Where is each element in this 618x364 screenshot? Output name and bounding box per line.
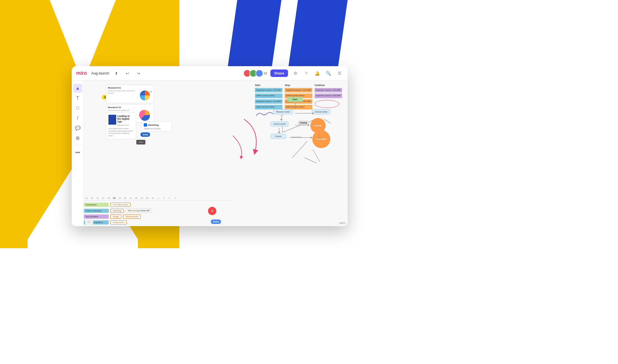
expand-button[interactable]: >> xyxy=(85,219,93,224)
zoom-indicator: 348% xyxy=(339,222,345,224)
left-sidebar: ▲ T □ / 💬 ⊞ ••• xyxy=(72,81,84,226)
canvas[interactable]: Alix Research 21 Lorem ipsum data metric… xyxy=(84,81,348,226)
svg-marker-37 xyxy=(318,137,320,139)
miro-logo: miro xyxy=(76,70,87,76)
svg-marker-31 xyxy=(308,124,310,126)
board-title: Aug launch xyxy=(91,71,109,75)
svg-marker-25 xyxy=(294,107,297,109)
select-tool[interactable]: ▲ xyxy=(73,84,82,93)
row-label-uact: User Activation xyxy=(84,215,109,219)
row-label-performance: Performance xyxy=(84,203,109,207)
search-icon[interactable]: 🔍 xyxy=(324,69,332,77)
timeline-row-user-activation: User Activation Design Send reminder xyxy=(84,215,230,219)
retro-stop-label: Stop xyxy=(285,84,312,87)
doc-title-1: Research 21 xyxy=(108,87,152,89)
doc-title-2: Research 10 xyxy=(108,106,152,109)
avatar-count: 33 xyxy=(264,72,267,75)
flow-node-check: Check xyxy=(270,134,286,139)
avatar-3 xyxy=(255,69,263,77)
svg-marker-6 xyxy=(287,0,348,77)
menu-icon[interactable]: ☰ xyxy=(335,69,343,77)
book-content: Lorem ipsum dolor sit amet consectetur a… xyxy=(108,127,134,137)
flow-node-cancel-order: Cancel order xyxy=(312,109,331,114)
retro-start-label: Start xyxy=(255,84,283,87)
undo-button[interactable]: ↩ xyxy=(124,69,131,77)
retro-continue-label: Continue xyxy=(315,84,342,87)
svg-marker-5 xyxy=(226,0,281,77)
timeline-ruler: 19 20 21 22 23 24 25 26 27 28 29 30 31 1… xyxy=(84,196,230,200)
marketing-card: Marketing Shared via Dropbox xyxy=(142,121,172,132)
canvas-inner: Alix Research 21 Lorem ipsum data metric… xyxy=(84,81,348,226)
help-icon[interactable]: ? xyxy=(302,69,310,77)
anna-label: Anna xyxy=(211,220,221,224)
grid-tool[interactable]: ⊞ xyxy=(73,133,82,142)
upload-button[interactable]: ⬆ xyxy=(113,69,120,77)
timeline-tech-rollout-perf[interactable]: Tech rollout starts xyxy=(110,203,130,207)
timeline-item-send[interactable]: Send reminder xyxy=(123,215,141,219)
retro-sticky-stop-1: Expansion revenue +12% ARR xyxy=(285,88,312,92)
joao-label: Joao xyxy=(140,132,150,137)
timeline-row-performance: Performance Marketing Tech rollout start… xyxy=(84,203,230,207)
flowchart-area: Start Receive order Cancel order xyxy=(265,97,342,205)
book-subtitle: Ideal life criteria xyxy=(117,124,134,126)
book-title: Leading in the Digital Age xyxy=(117,115,134,123)
sticky-tool[interactable]: □ xyxy=(73,104,82,113)
pen-tool[interactable]: / xyxy=(73,114,82,122)
timeline-item-marketing[interactable]: Marketing xyxy=(110,209,124,213)
svg-marker-29 xyxy=(280,119,283,121)
marketing-card-title: Marketing xyxy=(148,124,159,126)
notification-bubble[interactable]: 3 xyxy=(208,207,216,215)
marketing-header: Marketing xyxy=(144,123,170,127)
text-bubble: ═══ xyxy=(136,140,145,144)
flow-node-start: Start xyxy=(287,97,303,102)
flow-node-receive-order: Receive order xyxy=(273,109,293,114)
book-card: Leading in the Digital Age Ideal life cr… xyxy=(106,112,136,139)
svg-marker-33 xyxy=(278,132,281,133)
row-label-mktg: Product marketing xyxy=(84,209,109,213)
retro-sticky-cont-1: Expansion revenue +12% ARR xyxy=(315,88,342,92)
more-tools[interactable]: ••• xyxy=(73,148,82,157)
research-doc-1: Research 21 Lorem ipsum data metrics exp… xyxy=(106,85,154,103)
flow-node-check-stock: Check stock xyxy=(270,121,289,127)
svg-text:📊: 📊 xyxy=(150,90,152,93)
share-button[interactable]: Share xyxy=(270,69,288,77)
notification-icon[interactable]: 🔔 xyxy=(313,69,321,77)
retro-sticky-start-1: Expansion revenue +12% ARR xyxy=(255,88,283,92)
blue-shapes xyxy=(215,0,403,77)
tool-separator xyxy=(74,145,81,145)
timeline-item-design[interactable]: Design xyxy=(110,215,121,219)
timeline-item-give[interactable]: Give 👍 to go ahead with xyxy=(126,208,152,213)
text-tool[interactable]: T xyxy=(73,94,82,103)
app-window: miro Aug launch ⬆ ↩ ↪ 33 Share ⚙ ? 🔔 🔍 ☰… xyxy=(72,66,348,226)
timeline-row-product-integrations: Product Integrations Product Hunt xyxy=(84,220,230,224)
comment-tool[interactable]: 💬 xyxy=(73,124,82,132)
dropbox-icon xyxy=(144,123,147,127)
svg-marker-27 xyxy=(312,112,314,114)
marketing-card-sub: Shared via Dropbox xyxy=(144,128,170,130)
settings-icon[interactable]: ⚙ xyxy=(291,69,299,77)
toolbar: miro Aug launch ⬆ ↩ ↪ 33 Share ⚙ ? 🔔 🔍 ☰ xyxy=(72,66,348,81)
collaborator-avatars: 33 xyxy=(245,69,267,77)
redo-button[interactable]: ↪ xyxy=(135,69,142,77)
timeline-item-product-hunt[interactable]: Product Hunt xyxy=(110,220,127,224)
flow-node-card-valid: Card valid? xyxy=(312,130,330,148)
